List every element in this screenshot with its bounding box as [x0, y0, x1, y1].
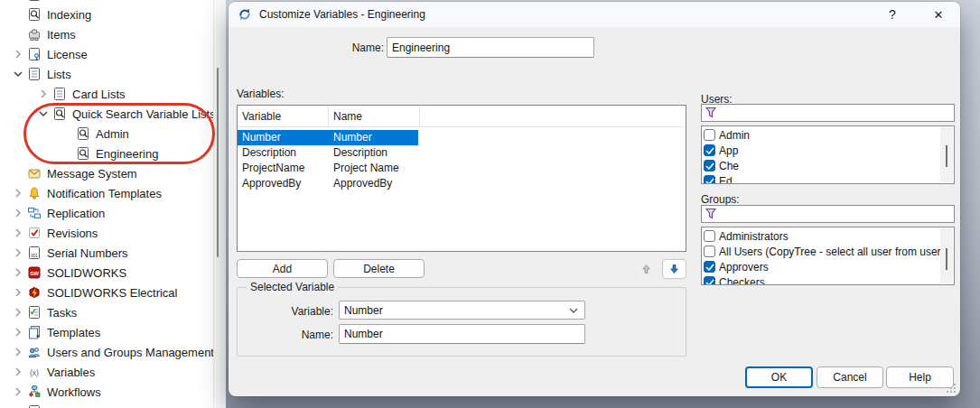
cell-name[interactable]: Number	[329, 130, 418, 145]
chevron-right-icon[interactable]	[9, 285, 27, 300]
sidebar-item-items[interactable]: Items	[9, 24, 76, 44]
cell-variable[interactable]: ProjectName	[238, 161, 328, 176]
column-header-variable[interactable]: Variable	[238, 106, 328, 127]
users-checkbox-list[interactable]: Admin App Che Ed	[701, 125, 955, 184]
sidebar-item-quick-search-variable-lists[interactable]: Quick Search Variable Lists	[34, 104, 213, 124]
scrollbar-thumb[interactable]	[946, 145, 947, 167]
sidebar-item-templates[interactable]: Templates	[9, 322, 100, 342]
sidebar-item-lists[interactable]: Lists	[9, 64, 71, 84]
list-name-input[interactable]	[387, 37, 594, 58]
sidebar-item-solidworks[interactable]: SW SOLIDWORKS	[9, 263, 126, 283]
chevron-right-icon[interactable]	[9, 385, 27, 399]
cell-name[interactable]: Project Name	[329, 161, 418, 176]
column-header-name[interactable]: Name	[329, 106, 419, 127]
sidebar-item-solidworks-electrical[interactable]: SOLIDWORKS Electrical	[9, 283, 177, 302]
chevron-right-icon[interactable]	[9, 186, 27, 200]
add-button[interactable]: Add	[237, 259, 328, 278]
chevron-right-icon[interactable]	[34, 87, 52, 101]
list-item[interactable]: Administrators	[704, 228, 789, 244]
chevron-right-icon[interactable]	[9, 365, 27, 379]
sidebar-item-message-system[interactable]: Message System	[9, 163, 137, 183]
checkbox-checked-icon[interactable]	[704, 160, 715, 172]
cell-variable[interactable]: Description	[238, 145, 328, 161]
checkbox-unchecked-icon[interactable]	[704, 246, 715, 257]
table-row[interactable]: Description Description	[238, 145, 418, 161]
cancel-button[interactable]: Cancel	[817, 366, 883, 388]
chevron-down-icon[interactable]	[9, 67, 27, 81]
sidebar-scrollbar[interactable]	[213, 0, 226, 408]
sidebar-item-label: Tasks	[47, 306, 77, 320]
chevron-right-icon[interactable]	[9, 206, 27, 220]
sidebar-item-workflows[interactable]: Workflows	[9, 382, 101, 402]
list-item[interactable]: Approvers	[704, 259, 769, 274]
checkbox-checked-icon[interactable]	[704, 144, 715, 156]
chevron-right-icon[interactable]	[9, 226, 27, 240]
sidebar-scrollbar-thumb[interactable]	[217, 68, 219, 257]
chevron-right-icon[interactable]	[9, 325, 27, 339]
users-filter[interactable]	[701, 104, 955, 122]
cell-name[interactable]: ApprovedBy	[329, 176, 418, 191]
checkbox-checked-icon[interactable]	[704, 261, 715, 273]
group-label: All Users (CopyTree - select all user fr…	[719, 246, 950, 258]
chevron-right-icon[interactable]	[9, 246, 27, 260]
groups-list-scrollbar[interactable]	[940, 228, 953, 283]
table-row[interactable]: Number Number	[238, 130, 418, 145]
tree-item-partial-bottom[interactable]	[9, 402, 47, 408]
column-divider[interactable]	[419, 106, 420, 127]
variables-listbox[interactable]: Variable Name Number Number Description …	[237, 105, 686, 252]
dialog-titlebar[interactable]: Customize Variables - Engineering ? ✕	[229, 2, 960, 27]
cell-variable[interactable]: ApprovedBy	[238, 176, 328, 191]
sidebar-item-notification-templates[interactable]: Notification Templates	[9, 183, 162, 203]
sidebar-item-indexing[interactable]: Indexing	[9, 5, 91, 24]
table-row[interactable]: ProjectName Project Name	[238, 161, 418, 176]
move-up-button[interactable]	[634, 259, 658, 279]
cell-name[interactable]: Description	[329, 145, 418, 161]
users-filter-input[interactable]	[720, 105, 950, 121]
sidebar-item-tasks[interactable]: Tasks	[9, 302, 77, 322]
groups-filter-input[interactable]	[720, 206, 950, 222]
chevron-right-icon[interactable]	[9, 345, 27, 359]
sidebar-item-serial-numbers[interactable]: 001 Serial Numbers	[9, 243, 128, 263]
scrollbar-thumb[interactable]	[946, 248, 947, 270]
cell-variable[interactable]: Number	[238, 130, 328, 145]
list-item[interactable]: Ed	[704, 173, 733, 184]
sidebar-item-admin[interactable]: Admin	[58, 124, 129, 144]
sidebar-item-license[interactable]: License	[9, 44, 88, 64]
selected-name-input[interactable]	[339, 324, 585, 344]
groups-filter[interactable]	[701, 205, 955, 223]
resize-grip-icon[interactable]	[947, 384, 956, 393]
variables-table-header[interactable]: Variable Name	[238, 106, 686, 127]
sidebar-item-engineering[interactable]: Engineering	[58, 144, 158, 163]
variable-dropdown[interactable]: Number	[339, 301, 585, 320]
list-item[interactable]: Checkers	[704, 274, 765, 285]
sidebar-item-variables[interactable]: (x) Variables	[9, 362, 95, 382]
sidebar-item-replication[interactable]: Replication	[9, 203, 105, 223]
column-divider[interactable]	[328, 106, 329, 127]
customize-variables-dialog: Customize Variables - Engineering ? ✕ Na…	[229, 2, 960, 396]
sidebar-item-revisions[interactable]: Revisions	[9, 223, 98, 243]
sidebar-item-users-and-groups-management[interactable]: Users and Groups Management	[9, 342, 213, 362]
close-icon[interactable]: ✕	[920, 2, 957, 27]
groups-checkbox-list[interactable]: Administrators All Users (CopyTree - sel…	[701, 227, 955, 285]
delete-button[interactable]: Delete	[333, 259, 425, 278]
checkbox-checked-icon[interactable]	[704, 175, 715, 184]
chevron-down-icon[interactable]	[34, 107, 52, 121]
list-item[interactable]: App	[704, 143, 738, 158]
chevron-right-icon[interactable]	[9, 265, 27, 280]
list-item[interactable]: All Users (CopyTree - select all user fr…	[704, 244, 950, 259]
help-button[interactable]: Help	[886, 366, 954, 388]
users-list-scrollbar[interactable]	[940, 127, 953, 182]
list-item[interactable]: Admin	[704, 127, 750, 143]
dialog-help-button[interactable]: ?	[874, 2, 910, 27]
checkbox-checked-icon[interactable]	[704, 276, 715, 285]
table-row[interactable]: ApprovedBy ApprovedBy	[238, 176, 418, 191]
list-item[interactable]: Che	[704, 158, 739, 173]
checkbox-unchecked-icon[interactable]	[704, 230, 715, 242]
sidebar-item-card-lists[interactable]: Card Lists	[34, 84, 126, 104]
svg-text:(x): (x)	[30, 368, 39, 377]
move-down-button[interactable]	[662, 259, 686, 279]
checkbox-unchecked-icon[interactable]	[704, 129, 715, 141]
chevron-right-icon[interactable]	[9, 305, 27, 320]
ok-button[interactable]: OK	[745, 366, 813, 388]
chevron-right-icon[interactable]	[9, 47, 27, 61]
